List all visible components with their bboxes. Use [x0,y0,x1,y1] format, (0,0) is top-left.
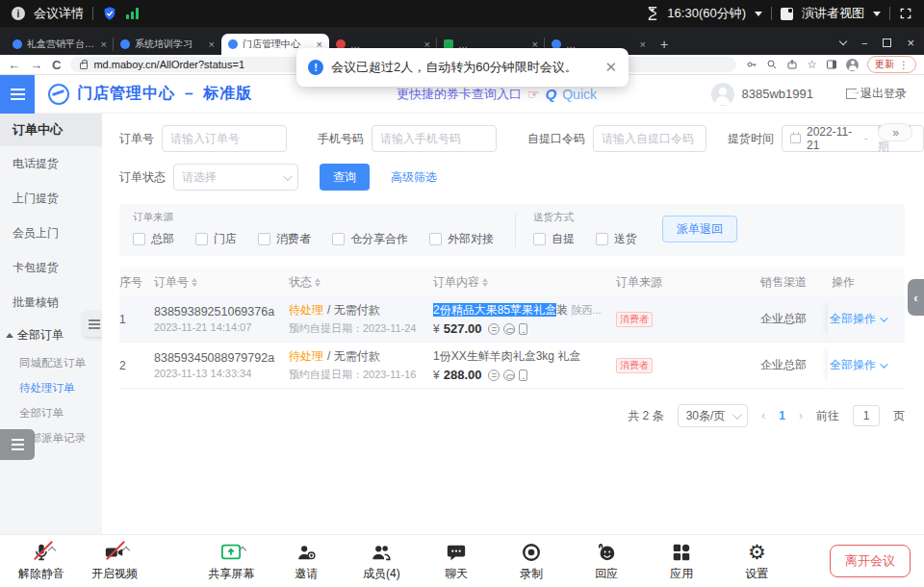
reactions-button[interactable]: 回应 [578,540,634,582]
new-tab-button[interactable]: + [660,37,668,52]
view-dropdown-caret[interactable] [873,12,881,16]
view-mode-label[interactable]: 演讲者视图 [802,5,864,22]
password-key-icon[interactable] [746,59,757,70]
header-status[interactable]: 状态 [289,274,433,291]
gift-icon[interactable] [503,370,515,381]
window-restore-icon[interactable] [883,38,891,47]
gift-icon[interactable] [503,323,515,335]
sidebar-item-phone-pickup[interactable]: 电话提货 [0,146,102,181]
phone-input[interactable] [372,125,497,152]
quick-logo[interactable]: Q [546,86,557,102]
share-icon[interactable] [786,59,798,70]
zoom-icon[interactable] [766,59,778,70]
next-page-button[interactable]: › [799,409,803,422]
phone-icon[interactable] [519,370,527,381]
sidebar-item-card-pickup[interactable]: 卡包提货 [0,250,102,285]
start-video-button[interactable]: 开启视频 [87,540,142,582]
members-button[interactable]: 成员(4) [353,540,409,582]
sidebar-item-member-visit[interactable]: 会员上门 [0,216,102,250]
browser-tab[interactable]: 礼盒营销平台管理中心 × [6,34,114,55]
sidebar-section-order-center[interactable]: 订单中心 [0,114,102,146]
meeting-timer[interactable]: 16:30(60分钟) [667,5,746,22]
window-close-icon[interactable]: × [907,36,914,50]
checkbox-icon[interactable] [133,233,145,245]
hamburger-menu-button[interactable] [0,75,35,114]
phone-icon[interactable] [519,323,527,335]
logout-button[interactable]: 退出登录 [846,86,907,102]
sort-icon[interactable] [315,278,321,287]
note-icon[interactable] [488,370,500,381]
side-panel-icon[interactable] [826,59,837,70]
record-button[interactable]: 录制 [503,540,559,582]
checkbox-hq[interactable]: 总部 [133,231,174,247]
all-actions-dropdown[interactable]: 全部操作 [830,311,886,327]
share-screen-button[interactable]: 共享屏幕 [203,540,259,582]
toast-close-icon[interactable]: ✕ [604,59,617,76]
sidebar-subitem-pending-orders[interactable]: 待处理订单 [0,375,102,400]
bookmark-star-icon[interactable]: ☆ [807,58,817,71]
checkbox-warehouse-share[interactable]: 仓分享合作 [332,231,408,247]
tab-close-icon[interactable]: × [101,38,107,50]
fullscreen-icon[interactable] [899,7,912,20]
expand-panel-handle[interactable]: ‹ [908,279,924,316]
search-button[interactable]: 查询 [320,164,370,191]
checkbox-consumer[interactable]: 消费者 [258,231,311,247]
sidebar-subitem-all-orders[interactable]: 全部订单 [0,400,102,425]
checkbox-icon[interactable] [195,233,208,245]
dispatch-return-button[interactable]: 派单退回 [662,216,737,242]
checkbox-external[interactable]: 外部对接 [429,231,494,247]
meeting-details-label[interactable]: 会议详情 [34,5,84,22]
checkbox-icon[interactable] [596,233,608,245]
browser-profile-avatar[interactable] [846,59,859,71]
pickup-code-input[interactable] [593,125,706,152]
checkbox-icon[interactable] [429,233,442,245]
current-page[interactable]: 1 [779,409,785,422]
invite-button[interactable]: 邀请 [278,540,334,582]
quick-label[interactable]: Quick [562,87,597,102]
browser-tab[interactable]: 系统培训学习 × [114,34,221,55]
prev-page-button[interactable]: ‹ [761,409,765,422]
sidebar-subitem-city-delivery[interactable]: 同城配送订单 [0,350,102,375]
order-no-input[interactable] [162,125,287,152]
tab-close-icon[interactable]: × [209,38,215,50]
browser-update-button[interactable]: 更新 ⋮ [867,56,916,73]
browser-menu-icon[interactable]: ⋮ [899,60,909,70]
advanced-filter-link[interactable]: 高级筛选 [391,169,437,186]
page-size-select[interactable]: 30条/页 [678,404,749,427]
header-content[interactable]: 订单内容 [433,274,616,291]
table-row[interactable]: 2 83859345088979792a 2023-11-13 14:33:34… [119,343,905,389]
checkbox-self-pickup[interactable]: 自提 [533,231,575,247]
quick-entry-link[interactable]: 更快捷的券卡查询入口 [397,86,522,103]
settings-button[interactable]: ⚙ 设置 [729,540,784,582]
window-menu-icon[interactable] [839,38,847,45]
table-row[interactable]: 1 83859389251069376a 2023-11-21 14:14:07… [119,296,905,343]
checkbox-delivery[interactable]: 送货 [596,231,637,247]
sidebar-bottom-menu-button[interactable] [0,429,35,460]
user-avatar[interactable] [711,83,734,106]
order-status-select[interactable]: 请选择 [173,164,298,191]
sort-icon[interactable] [192,278,197,287]
forward-icon[interactable]: → [30,59,42,71]
sort-icon[interactable] [482,278,488,287]
collapse-filters-button[interactable]: » [878,123,912,141]
checkbox-icon[interactable] [533,233,546,245]
checkbox-icon[interactable] [258,233,270,245]
reload-icon[interactable]: C [52,59,61,71]
tab-close-icon[interactable]: × [640,38,646,50]
all-actions-dropdown[interactable]: 全部操作 [830,357,886,373]
checkbox-store[interactable]: 门店 [195,231,237,247]
back-icon[interactable]: ← [8,59,20,71]
checkbox-icon[interactable] [332,233,345,245]
goto-page-input[interactable] [853,405,880,426]
window-minimize-icon[interactable]: − [861,38,867,49]
chat-button[interactable]: 聊天 [428,540,484,582]
sidebar-item-door-pickup[interactable]: 上门提货 [0,181,102,216]
apps-button[interactable]: 应用 [654,540,709,582]
leave-meeting-button[interactable]: 离开会议 [830,545,911,577]
note-icon[interactable] [488,323,500,335]
meeting-info-icon[interactable]: i [12,7,25,20]
timer-dropdown-caret[interactable] [755,12,762,16]
start-date-value[interactable]: 2022-11-21 [807,125,855,152]
unmute-button[interactable]: 解除静音 [13,540,69,582]
header-order-no[interactable]: 订单号 [154,274,289,291]
